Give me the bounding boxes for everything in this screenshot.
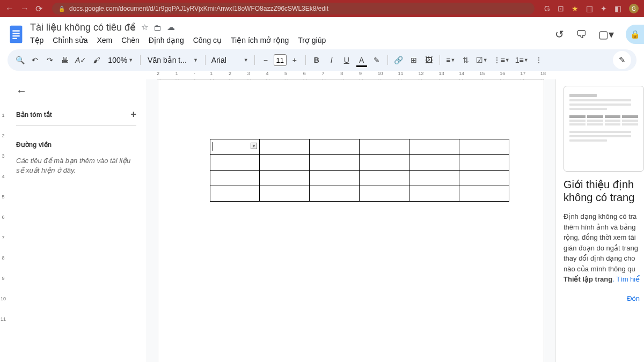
insert-link-button[interactable]: 🔗 — [392, 53, 406, 68]
table-cell[interactable] — [260, 155, 310, 171]
browser-reload-icon[interactable]: ⟳ — [35, 4, 42, 14]
menu-help[interactable]: Trợ giúp — [298, 36, 326, 45]
zoom-select[interactable]: 100% ▼ — [105, 56, 136, 64]
toolbar-separator — [140, 55, 141, 65]
title-bar: Tài liệu không có tiêu đề ☆ 🗀 ☁ Tệp Chỉn… — [0, 17, 644, 46]
document-canvas[interactable]: ▾ — [146, 79, 555, 362]
google-g-icon[interactable]: G — [544, 4, 550, 13]
learn-more-link[interactable]: . Tìm hiể — [612, 275, 640, 283]
svg-rect-4 — [12, 38, 17, 39]
table-cell[interactable] — [359, 139, 409, 155]
spellcheck-icon[interactable]: A✓ — [73, 53, 89, 68]
table-cell[interactable] — [210, 155, 260, 171]
menu-file[interactable]: Tệp — [30, 36, 43, 45]
table-cell[interactable] — [310, 155, 360, 171]
browser-url-bar[interactable]: 🔒 docs.google.com/document/d/1r9gqPAJ1yR… — [52, 3, 535, 14]
right-panel-body: Định dạng không có tra thêm hình ảnh và … — [564, 211, 644, 285]
editing-mode-button[interactable]: ✎ — [613, 51, 631, 69]
horizontal-ruler[interactable]: 2 · ·1 · · · ·1 · ·2 · ·3 · ·4 · ·5 · ·6… — [151, 71, 553, 79]
increase-font-size-button[interactable]: + — [288, 53, 302, 68]
svg-rect-0 — [10, 26, 23, 43]
document-title[interactable]: Tài liệu không có tiêu đề — [30, 21, 136, 33]
browser-right-icons: G ⊡ ★ ▥ ✦ ◧ G — [544, 4, 639, 13]
chevron-down-icon: ▼ — [128, 57, 133, 63]
insert-comment-button[interactable]: ⊞ — [407, 53, 421, 68]
table-cell[interactable]: ▾ — [210, 139, 260, 155]
print-icon[interactable]: 🖶 — [58, 53, 72, 68]
chevron-down-icon: ▼ — [244, 57, 248, 63]
extensions-puzzle-icon[interactable]: ✦ — [601, 4, 607, 13]
table-cell[interactable] — [310, 186, 360, 202]
table-cell[interactable] — [359, 186, 409, 202]
docs-logo-icon[interactable] — [8, 24, 25, 45]
insert-image-button[interactable]: 🖼 — [422, 53, 436, 68]
install-icon[interactable]: ⊡ — [558, 4, 564, 13]
menu-view[interactable]: Xem — [97, 36, 113, 45]
menu-extensions[interactable]: Tiện ích mở rộng — [231, 36, 289, 45]
browser-back-icon[interactable]: ← — [5, 4, 14, 13]
browser-forward-icon[interactable]: → — [20, 4, 29, 13]
menu-edit[interactable]: Chỉnh sửa — [53, 36, 87, 45]
cloud-saved-icon: ☁ — [167, 23, 175, 32]
text-color-button[interactable]: A — [355, 53, 369, 68]
bold-button[interactable]: B — [310, 53, 324, 68]
comments-icon[interactable]: 🗨 — [576, 28, 587, 41]
table-cell[interactable] — [459, 139, 509, 155]
table-cell[interactable] — [359, 155, 409, 171]
outline-placeholder-text: Các tiêu đề mà bạn thêm vào tài liệu sẽ … — [16, 156, 136, 175]
table-cell[interactable] — [310, 139, 360, 155]
menu-tools[interactable]: Công cụ — [193, 36, 222, 45]
panel-icon[interactable]: ◧ — [614, 4, 621, 13]
right-panel-close-link[interactable]: Đón — [564, 294, 644, 302]
table-cell[interactable] — [459, 155, 509, 171]
table-cell[interactable] — [409, 155, 459, 171]
menu-insert[interactable]: Chèn — [121, 36, 139, 45]
table-cell[interactable] — [459, 171, 509, 186]
decrease-font-size-button[interactable]: − — [259, 53, 273, 68]
bookmark-star-icon[interactable]: ★ — [572, 4, 579, 13]
italic-button[interactable]: I — [325, 53, 339, 68]
font-select[interactable]: Arial ▼ — [209, 56, 251, 64]
table-cell[interactable] — [210, 171, 260, 186]
highlight-color-button[interactable]: ✎ — [370, 53, 384, 68]
paragraph-style-select[interactable]: Văn bản t... ▼ — [144, 56, 201, 64]
align-button[interactable]: ≡ ▼ — [444, 53, 458, 68]
search-icon[interactable]: 🔍 — [13, 53, 27, 68]
line-spacing-button[interactable]: ⇅ — [459, 53, 473, 68]
redo-icon[interactable]: ↷ — [43, 53, 57, 68]
more-options-button[interactable]: ⋮ — [532, 53, 546, 68]
table-cell[interactable] — [260, 139, 310, 155]
checklist-button[interactable]: ☑ ▼ — [474, 53, 490, 68]
meet-camera-icon[interactable]: ▢▾ — [598, 28, 614, 41]
table-cell[interactable] — [409, 171, 459, 186]
document-table[interactable]: ▾ — [210, 139, 509, 202]
paint-format-icon[interactable]: 🖌 — [90, 53, 104, 68]
browser-url: docs.google.com/document/d/1r9gqPAJ1yRVj… — [69, 5, 328, 12]
add-summary-button[interactable]: + — [130, 109, 136, 120]
undo-icon[interactable]: ↶ — [28, 53, 42, 68]
vertical-ruler[interactable]: 1234567891011 — [0, 79, 6, 362]
table-cell[interactable] — [260, 171, 310, 186]
reader-icon[interactable]: ▥ — [586, 4, 593, 13]
table-cell[interactable] — [260, 186, 310, 202]
font-size-input[interactable] — [274, 54, 287, 66]
menu-format[interactable]: Định dạng — [149, 36, 184, 45]
table-cell[interactable] — [459, 186, 509, 202]
table-cell[interactable] — [409, 139, 459, 155]
font-value: Arial — [211, 56, 226, 64]
document-page[interactable]: ▾ — [158, 79, 544, 362]
table-cell[interactable] — [409, 186, 459, 202]
share-button[interactable]: 🔒 — [626, 25, 644, 44]
bulleted-list-button[interactable]: ⋮≡ ▼ — [491, 53, 512, 68]
close-outline-icon[interactable]: ← — [16, 85, 27, 97]
table-cell[interactable] — [210, 186, 260, 202]
table-cell[interactable] — [359, 171, 409, 186]
move-folder-icon[interactable]: 🗀 — [153, 23, 162, 32]
table-cell-menu-icon[interactable]: ▾ — [251, 143, 257, 149]
table-cell[interactable] — [310, 171, 360, 186]
numbered-list-button[interactable]: 1≡ ▼ — [513, 53, 531, 68]
profile-avatar[interactable]: G — [629, 4, 639, 13]
history-icon[interactable]: ↺ — [555, 28, 564, 41]
underline-button[interactable]: U — [340, 53, 354, 68]
star-icon[interactable]: ☆ — [141, 23, 148, 32]
